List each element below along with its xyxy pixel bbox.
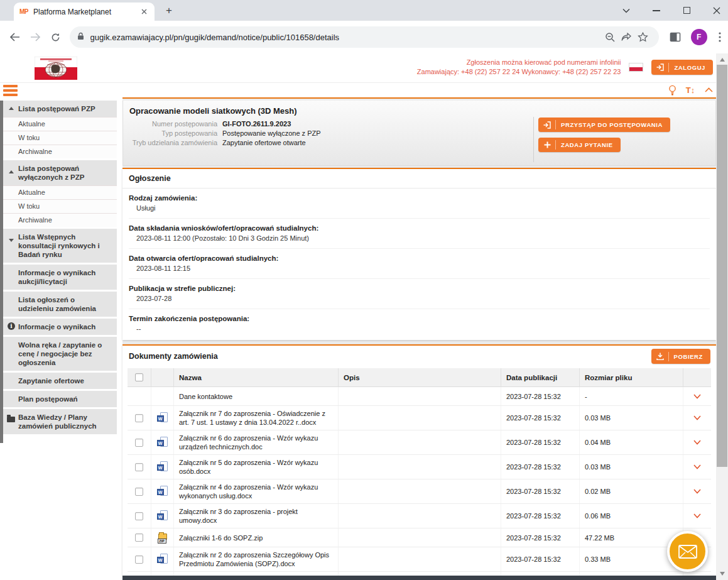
profile-avatar[interactable]: F — [691, 29, 707, 45]
url-text[interactable]: gugik.ezamawiajacy.pl/pn/gugik/demand/no… — [90, 33, 602, 42]
document-name[interactable]: Dane kontaktowe — [174, 387, 339, 405]
window-controls — [621, 0, 722, 21]
document-name[interactable]: Załącznik nr 7 do zaproszenia - Oświadcz… — [174, 406, 339, 430]
scroll-up-icon[interactable] — [716, 55, 728, 65]
collapse-header-icon[interactable] — [703, 84, 714, 96]
sidebar-subitem-aktualne[interactable]: Aktualne — [3, 117, 117, 131]
sidebar-item-lista-ogloszen[interactable]: Lista ogłoszeń o udzieleniu zamówienia — [3, 292, 117, 317]
column-header-size[interactable]: Rozmiar pliku — [580, 368, 683, 386]
column-header-desc[interactable]: Opis — [339, 368, 501, 386]
expand-row-icon[interactable] — [693, 513, 701, 518]
tab-search-chevron-icon[interactable] — [621, 6, 631, 16]
scrollbar-thumb[interactable] — [717, 65, 727, 467]
sidebar-item-plan-postepowan[interactable]: Plan postępowań — [3, 391, 117, 407]
poland-flag-icon — [629, 63, 643, 72]
column-header-expand — [683, 368, 711, 386]
minimize-button[interactable] — [651, 6, 661, 16]
document-name[interactable]: Załącznik nr 6 do zaproszenia - Wzór wyk… — [174, 430, 339, 454]
sidebar-item-lista-wylaczonych-pzp[interactable]: Lista postępowań wyłączonych z PZP — [3, 160, 117, 185]
document-name[interactable]: Załącznik nr 4 do zaproszenia - Wzór wyk… — [174, 479, 339, 503]
sidebar-subitem-archiwalne[interactable]: Archiwalne — [3, 213, 117, 227]
row-checkbox[interactable] — [135, 488, 143, 496]
document-publish-date: 2023-07-28 15:32 — [501, 406, 580, 430]
login-button[interactable]: ZALOGUJ — [651, 60, 713, 75]
expand-row-icon[interactable] — [693, 489, 701, 494]
close-button[interactable] — [712, 6, 722, 16]
document-publish-date: 2023-07-28 15:32 — [501, 455, 580, 479]
file-type-icon — [157, 510, 168, 522]
row-checkbox[interactable] — [135, 439, 143, 447]
back-icon[interactable] — [8, 30, 23, 45]
field-label: Numer postępowania — [123, 120, 222, 128]
document-file-size: 0.03 MB — [580, 455, 683, 479]
sidebar-item-wolna-reka[interactable]: Wolna ręka / zapytanie o cenę / negocjac… — [3, 337, 117, 371]
forward-icon[interactable] — [28, 30, 43, 45]
gugik-logo[interactable] — [35, 57, 77, 80]
sidebar-subitem-w-toku[interactable]: W toku — [3, 199, 117, 213]
page-scrollbar[interactable] — [716, 53, 728, 580]
login-arrow-icon — [656, 63, 665, 71]
row-checkbox[interactable] — [135, 555, 143, 564]
select-all-checkbox[interactable] — [135, 373, 143, 381]
document-description — [339, 479, 501, 503]
expand-row-icon[interactable] — [693, 415, 701, 420]
sidebar-item-lista-postepowan-pzp[interactable]: Lista postępowań PZP — [3, 101, 117, 117]
proceeding-type: Postępowanie wyłączone z PZP — [222, 129, 321, 137]
row-checkbox[interactable] — [135, 414, 143, 422]
tab-close-icon[interactable] — [139, 7, 149, 17]
reload-icon[interactable] — [48, 30, 63, 45]
sidebar-item-informacje-aukcje[interactable]: Informacje o wynikach aukcji/licytacji — [3, 265, 117, 290]
document-publish-date: 2023-07-28 15:32 — [501, 547, 580, 571]
address-bar[interactable]: gugik.ezamawiajacy.pl/pn/gugik/demand/no… — [70, 26, 659, 48]
document-file-size: 0.02 MB — [580, 479, 683, 503]
proceeding-header-panel: Opracowanie modeli siatkowych (3D Mesh) … — [122, 101, 716, 166]
maximize-button[interactable] — [682, 6, 692, 16]
document-name[interactable]: Załącznik nr 2 do zaproszenia Szczegółow… — [174, 547, 339, 571]
download-button[interactable]: POBIERZ — [651, 349, 710, 364]
hint-lightbulb-icon[interactable] — [666, 84, 678, 96]
sidebar-item-label: Lista postępowań wyłączonych z PZP — [18, 165, 84, 181]
bookmark-star-icon[interactable] — [635, 29, 651, 45]
font-size-icon[interactable]: T↕ — [685, 84, 696, 96]
new-tab-button[interactable]: + — [162, 4, 176, 18]
column-header-name[interactable]: Nazwa — [174, 368, 339, 386]
join-proceeding-button[interactable]: PRZYSTĄP DO POSTĘPOWANIA — [538, 118, 670, 132]
browser-tab[interactable]: MP Platforma Marketplanet — [14, 3, 155, 21]
sidebar-item-label: Lista postępowań PZP — [18, 105, 95, 112]
sidebar-item-informacje-o-wynikach[interactable]: i Informacje o wynikach — [3, 319, 117, 335]
row-checkbox[interactable] — [135, 463, 143, 471]
share-icon[interactable] — [619, 29, 635, 45]
expand-row-icon[interactable] — [693, 440, 701, 445]
announcement-field-value: Usługi — [129, 204, 710, 212]
zoom-icon[interactable] — [602, 29, 619, 45]
document-name[interactable]: Załącznik nr 3 do zaproszenia - projekt … — [174, 504, 339, 528]
document-description — [339, 455, 501, 479]
sidebar-subitem-aktualne[interactable]: Aktualne — [3, 185, 117, 199]
sidebar-item-baza-wiedzy[interactable]: Baza Wiedzy / Plany zamówień publicznych — [3, 409, 117, 434]
sidebar-subitem-w-toku[interactable]: W toku — [3, 131, 117, 145]
expand-row-icon[interactable] — [693, 394, 701, 399]
scroll-down-icon[interactable] — [716, 569, 728, 579]
document-publish-date: 2023-07-28 15:32 — [501, 479, 580, 503]
side-panel-icon[interactable] — [668, 29, 683, 45]
hamburger-menu-icon[interactable] — [3, 85, 18, 96]
sidebar-item-zapytanie-ofertowe[interactable]: Zapytanie ofertowe — [3, 373, 117, 389]
row-checkbox[interactable] — [135, 512, 143, 520]
tab-title: Platforma Marketplanet — [33, 8, 134, 16]
document-name[interactable]: Załącznik nr 5 do zaproszenia - Wzór wyk… — [174, 455, 339, 479]
row-checkbox[interactable] — [135, 533, 143, 542]
sidebar-item-wstepne-konsultacje[interactable]: Lista Wstępnych konsultacji rynkowych i … — [3, 229, 117, 263]
column-header-date[interactable]: Data publikacji — [501, 368, 580, 386]
announcement-field-value: -- — [129, 325, 710, 332]
browser-menu-kebab-icon[interactable] — [712, 29, 728, 45]
announcement-field-label: Rodzaj zamówienia: — [129, 194, 710, 202]
sidebar-item-label: Baza Wiedzy / Plany zamówień publicznych — [18, 413, 97, 430]
ask-question-button[interactable]: ZADAJ PYTANIE — [538, 138, 621, 152]
document-name[interactable]: Załączniki 1-6 do SOPZ.zip — [174, 528, 339, 547]
expand-row-icon[interactable] — [693, 464, 701, 469]
documents-panel: Dokumenty zamówienia POBIERZ Nazwa Opis … — [122, 344, 716, 576]
sidebar-subitem-archiwalne[interactable]: Archiwalne — [3, 145, 117, 158]
table-row: Załącznik nr 7 do zaproszenia - Oświadcz… — [128, 406, 711, 430]
lock-icon[interactable] — [77, 31, 84, 43]
contact-mail-button[interactable] — [667, 531, 708, 572]
